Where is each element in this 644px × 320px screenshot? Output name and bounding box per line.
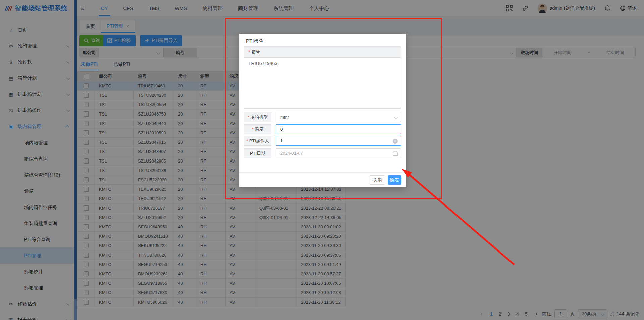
temperature-value: 0 [280,127,283,132]
modal-title: PTI检查 [246,38,264,44]
calendar-icon [393,151,398,157]
app-screen: 智能场站管理系统 ≡ CYCFSTMSWMS物料管理商财管理系统管理个人中心 [0,0,644,320]
pti-date-label: PTI日期 [250,150,265,156]
machine-type-row: 冷箱机型 mthr [244,112,401,122]
text-cursor [283,127,283,132]
confirm-button[interactable]: 确定 [388,175,401,185]
machine-type-value: mthr [280,115,289,120]
operator-input[interactable]: 1 [276,136,401,146]
pti-date-value: 2024-01-07 [280,151,303,156]
temperature-input[interactable]: 0 [276,124,401,134]
machine-type-select[interactable]: mthr [276,112,401,122]
operator-value: 1 [280,138,283,143]
temperature-row: 温度 0 [244,124,401,134]
machine-type-label: 冷箱机型 [248,114,268,120]
temperature-label: 温度 [252,126,264,132]
clear-input-icon[interactable] [393,139,398,144]
cancel-button[interactable]: 取消 [370,175,385,185]
box-no-label: 箱号 [248,49,260,55]
operator-row: PTI操作人 1 [244,136,401,146]
chevron-down-icon [394,115,398,119]
box-no-block: 箱号 TRIU6719463 [244,46,401,109]
pti-date-row: PTI日期 2024-01-07 [244,148,401,158]
pti-check-modal: PTI检查 箱号 TRIU6719463 冷箱机型 mthr 温度 0 PTI操… [239,34,406,187]
operator-label: PTI操作人 [246,138,269,144]
box-no-textarea[interactable]: TRIU6719463 [244,58,401,69]
modal-footer: 取消 确定 [239,172,406,187]
pti-date-input[interactable]: 2024-01-07 [276,148,401,158]
